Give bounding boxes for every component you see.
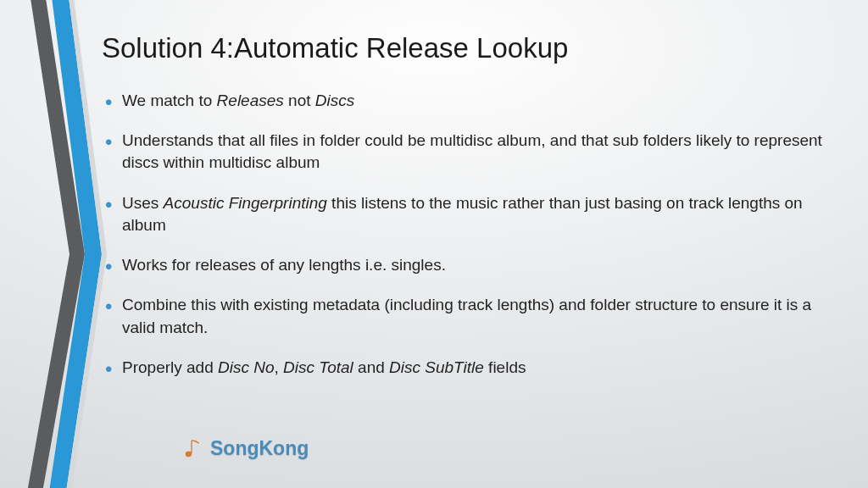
slide-title: Solution 4:Automatic Release Lookup bbox=[102, 32, 826, 64]
bullet-text: , bbox=[275, 358, 284, 376]
slide-content: Solution 4:Automatic Release Lookup We m… bbox=[102, 32, 826, 396]
bullet-text: Understands that all files in folder cou… bbox=[122, 131, 822, 171]
brand-block: SongKong bbox=[185, 437, 309, 460]
brand-name: SongKong bbox=[210, 437, 309, 460]
bullet-italic: Disc SubTitle bbox=[389, 358, 484, 376]
svg-marker-2 bbox=[56, 0, 107, 488]
bullet-text: fields bbox=[484, 358, 526, 376]
bullet-list: We match to Releases not Discs Understan… bbox=[102, 90, 826, 379]
bullet-text: Uses bbox=[122, 194, 164, 212]
bullet-item: Combine this with existing metadata (inc… bbox=[102, 294, 826, 338]
bullet-italic: Releases bbox=[217, 92, 284, 109]
bullet-italic: Disc Total bbox=[283, 358, 353, 376]
svg-marker-0 bbox=[15, 0, 85, 488]
music-note-icon bbox=[185, 438, 203, 460]
bullet-item: Works for releases of any lengths i.e. s… bbox=[102, 254, 826, 276]
svg-marker-1 bbox=[39, 0, 102, 488]
bullet-italic: Discs bbox=[315, 92, 354, 109]
bullet-text: Combine this with existing metadata (inc… bbox=[122, 296, 811, 336]
bullet-text: Works for releases of any lengths i.e. s… bbox=[122, 256, 446, 274]
bullet-item: We match to Releases not Discs bbox=[102, 90, 826, 112]
bullet-item: Uses Acoustic Fingerprinting this listen… bbox=[102, 192, 826, 236]
bullet-text: and bbox=[353, 358, 389, 376]
bullet-text: not bbox=[284, 92, 315, 109]
bullet-item: Understands that all files in folder cou… bbox=[102, 130, 826, 174]
bullet-italic: Disc No bbox=[218, 358, 275, 376]
bullet-italic: Acoustic Fingerprinting bbox=[164, 194, 327, 212]
bullet-text: Properly add bbox=[122, 358, 218, 376]
slide-ribbon-decoration bbox=[0, 0, 119, 488]
bullet-item: Properly add Disc No, Disc Total and Dis… bbox=[102, 357, 826, 379]
bullet-text: We match to bbox=[122, 92, 217, 109]
